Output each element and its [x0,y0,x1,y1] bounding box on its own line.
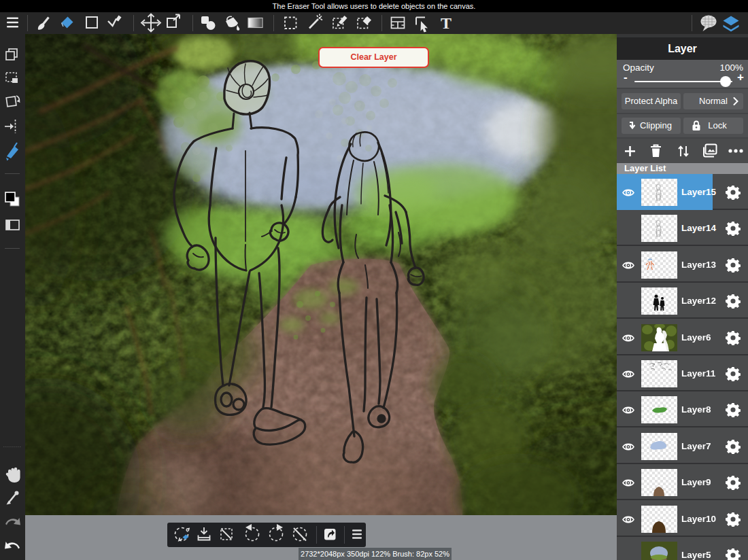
svg-text:T: T [441,14,452,32]
